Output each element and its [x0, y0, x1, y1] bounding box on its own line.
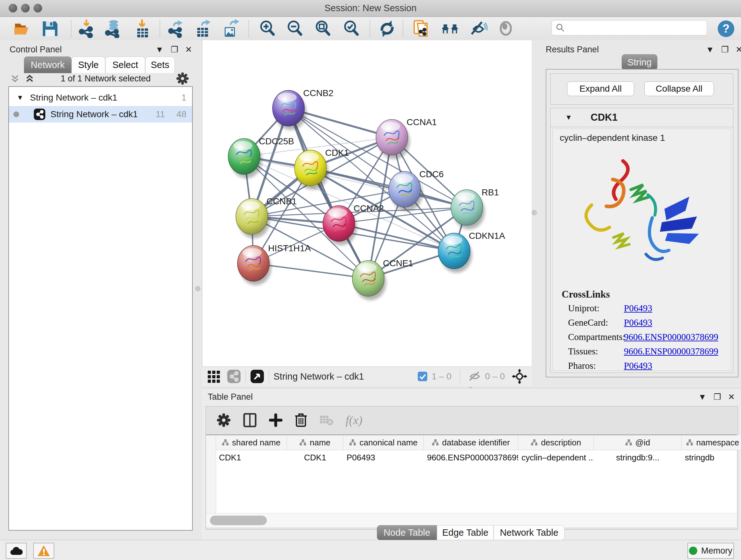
- toolbar-separator: [248, 20, 249, 37]
- hide-selection-icon[interactable]: [469, 19, 488, 38]
- network-node[interactable]: CDC25B: [228, 136, 294, 178]
- column-header-description[interactable]: description: [518, 435, 594, 450]
- tab-edge-table[interactable]: Edge Table: [437, 525, 494, 540]
- expand-all-button[interactable]: Expand All: [567, 81, 634, 96]
- tab-style[interactable]: Style: [71, 57, 105, 73]
- panel-menu-icon[interactable]: ▼: [698, 392, 706, 402]
- network-node[interactable]: CCNB1: [236, 196, 297, 238]
- network-node[interactable]: CCNB2: [273, 88, 333, 130]
- table-cell[interactable]: 9606.ENSP00000378699: [424, 450, 518, 465]
- crosslink-link[interactable]: P06493: [624, 317, 652, 328]
- grid-view-icon[interactable]: [207, 369, 221, 383]
- table-hscrollbar-thumb[interactable]: [210, 516, 267, 525]
- table-options-gear-icon[interactable]: [217, 413, 231, 427]
- export-image-icon[interactable]: [222, 19, 241, 38]
- crosslink-link[interactable]: P06493: [624, 361, 652, 371]
- network-node[interactable]: RB1: [451, 187, 499, 229]
- birds-eye-view-icon[interactable]: [512, 369, 527, 384]
- tab-string[interactable]: String: [622, 54, 657, 70]
- import-network-from-database-icon[interactable]: [104, 19, 123, 38]
- table-cell[interactable]: cyclin–dependent ...: [518, 450, 594, 465]
- tab-sets[interactable]: Sets: [145, 57, 175, 73]
- network-view-mode-icon[interactable]: [227, 369, 241, 383]
- network-row-selected[interactable]: String Network – cdk1 11 48: [9, 106, 192, 123]
- crosslink-link[interactable]: 9606.ENSP00000378699: [624, 346, 718, 357]
- collapse-all-icon[interactable]: [10, 73, 20, 84]
- crosslink-row: Uniprot:P06493: [568, 303, 728, 314]
- zoom-in-icon[interactable]: [259, 19, 277, 38]
- table-cell[interactable]: P06493: [343, 450, 424, 465]
- close-panel-icon[interactable]: ✕: [728, 392, 735, 402]
- network-options-gear-icon[interactable]: [176, 72, 189, 85]
- column-header-namespace[interactable]: namespace: [682, 435, 741, 450]
- control-panel: Control Panel ▼ ❐ ✕ NetworkStyleSelectSe…: [0, 40, 202, 540]
- delete-column-icon[interactable]: [294, 413, 307, 428]
- zoom-out-icon[interactable]: [286, 19, 305, 38]
- tab-node-table[interactable]: Node Table: [377, 525, 437, 540]
- column-header-@id[interactable]: @id: [594, 435, 682, 450]
- float-panel-icon[interactable]: ❐: [721, 45, 729, 55]
- import-network-from-file-icon[interactable]: [77, 19, 96, 38]
- tab-select[interactable]: Select: [105, 57, 145, 73]
- network-node[interactable]: HIST1H1A: [238, 243, 311, 285]
- panel-menu-icon[interactable]: ▼: [706, 45, 714, 55]
- search-input[interactable]: [565, 23, 700, 33]
- column-header-canonical-name[interactable]: canonical name: [343, 435, 424, 450]
- export-table-icon[interactable]: [194, 19, 212, 38]
- network-collection-row[interactable]: ▼ String Network – cdk1 1: [9, 89, 192, 106]
- panel-menu-icon[interactable]: ▼: [155, 45, 164, 55]
- import-table-from-file-icon[interactable]: [133, 19, 152, 38]
- column-header-shared-name[interactable]: shared name: [216, 435, 287, 450]
- selected-counts: 1 – 0: [431, 371, 451, 381]
- show-all-icon[interactable]: [496, 19, 515, 38]
- cdk1-section-header[interactable]: ▼ CDK1: [550, 108, 733, 127]
- tree-expand-icon[interactable]: ▼: [17, 94, 23, 102]
- table-cell[interactable]: CDK1: [216, 450, 287, 465]
- left-splitter-handle[interactable]: [195, 286, 200, 291]
- column-type-icon: [349, 439, 356, 446]
- create-column-icon[interactable]: [269, 414, 282, 427]
- toolbar-separator: [369, 20, 370, 37]
- hidden-eye-icon[interactable]: [468, 371, 481, 381]
- warnings-button[interactable]: [33, 543, 54, 559]
- window-title: Session: New Session: [0, 3, 741, 13]
- refresh-icon[interactable]: [378, 19, 396, 38]
- open-session-icon[interactable]: [13, 19, 31, 38]
- selected-checkbox-icon[interactable]: [417, 371, 428, 381]
- new-network-from-selection-icon[interactable]: [412, 19, 431, 38]
- tab-network-table[interactable]: Network Table: [494, 525, 564, 540]
- network-node[interactable]: CCNA1: [376, 117, 437, 159]
- tab-network[interactable]: Network: [24, 57, 71, 73]
- expand-all-icon[interactable]: [24, 73, 35, 84]
- network-node[interactable]: CCNE1: [352, 258, 413, 300]
- right-splitter-handle[interactable]: [532, 210, 537, 215]
- search-field[interactable]: [551, 20, 707, 36]
- crosslink-link[interactable]: 9606.ENSP00000378699: [624, 332, 718, 342]
- network-node[interactable]: CDKN1A: [438, 231, 505, 273]
- table-cell[interactable]: stringdb: [682, 450, 741, 465]
- table-cell[interactable]: CDK1: [287, 450, 343, 465]
- column-header-name[interactable]: name: [287, 435, 343, 450]
- cloud-button[interactable]: [6, 543, 27, 559]
- show-columns-icon[interactable]: [243, 413, 257, 427]
- float-panel-icon[interactable]: ❐: [714, 392, 721, 402]
- collapse-all-button[interactable]: Collapse All: [644, 81, 714, 96]
- column-header-database-identifier[interactable]: database identifier: [424, 435, 518, 450]
- detach-view-icon[interactable]: [250, 369, 264, 383]
- help-icon[interactable]: ?: [717, 19, 735, 38]
- section-collapse-icon[interactable]: ▼: [565, 113, 572, 122]
- network-canvas[interactable]: CCNB2 CCNA1 CDC25B: [202, 40, 532, 367]
- memory-button[interactable]: Memory: [687, 543, 734, 559]
- float-panel-icon[interactable]: ❐: [171, 45, 178, 55]
- crosslink-link[interactable]: P06493: [624, 303, 652, 314]
- table-panel-window-controls: ▼ ❐ ✕: [698, 392, 735, 402]
- table-cell[interactable]: stringdb:9...: [594, 450, 682, 465]
- first-neighbors-icon[interactable]: [441, 19, 460, 38]
- zoom-selected-icon[interactable]: [342, 19, 361, 38]
- network-node[interactable]: CDK1: [294, 148, 349, 190]
- zoom-fit-content-icon[interactable]: [314, 19, 333, 38]
- close-panel-icon[interactable]: ✕: [185, 45, 192, 55]
- export-network-icon[interactable]: [166, 19, 185, 38]
- save-session-icon[interactable]: [41, 19, 59, 38]
- close-panel-icon[interactable]: ✕: [736, 45, 741, 55]
